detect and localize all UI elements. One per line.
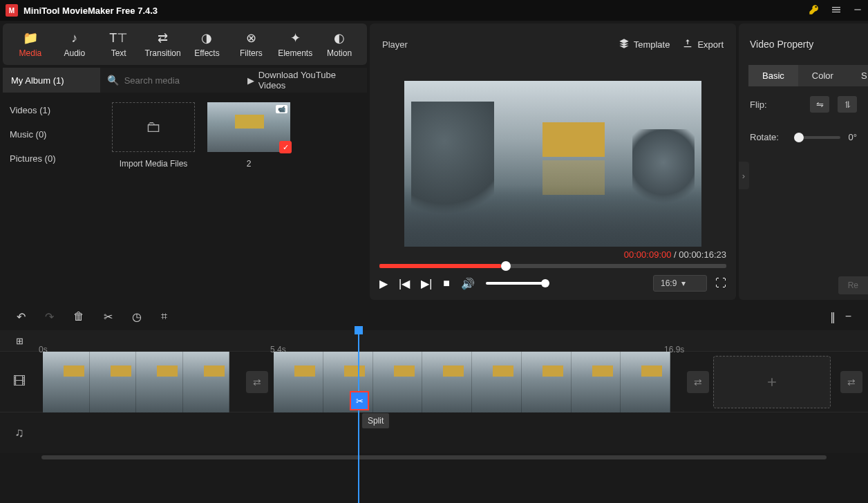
timeline-toolbar: ↶ ↷ 🗑 ✂ ◷ ⌗ ‖ − [0,303,868,330]
player-panel: Player Template Export [370,23,736,300]
sparkle-icon: ✦ [290,30,301,46]
audio-track-icon: ♫ [0,412,39,453]
tab-filters[interactable]: ⊗Filters [229,26,273,63]
transition-slot[interactable]: ⇄ [246,371,268,393]
download-youtube-link[interactable]: ▶ Download YouTube Videos [247,70,367,91]
split-button[interactable]: ✂ [104,310,113,323]
media-thumbnail[interactable]: 📹 ✓ [207,102,290,152]
title-bar: M MiniTool MovieMaker Free 7.4.3 [0,0,868,21]
sidebar-item-music[interactable]: Music (0) [0,122,102,146]
tab-more[interactable]: S [847,65,868,86]
effects-icon: ◑ [201,30,212,46]
fit-timeline-icon[interactable]: ‖ [830,310,836,323]
flip-horizontal-button[interactable]: ⇋ [810,96,829,113]
speed-button[interactable]: ◷ [132,310,142,323]
audio-track-body[interactable] [39,412,868,453]
text-icon: T⊤ [109,30,128,46]
property-title: Video Property [739,23,868,65]
tab-effects[interactable]: ◑Effects [185,26,229,63]
youtube-icon: ▶ [247,75,254,86]
layers-icon [619,38,630,51]
reset-button[interactable]: Re [838,276,868,294]
music-note-icon: ♪ [71,31,77,46]
volume-slider[interactable] [486,282,548,285]
stop-button[interactable]: ■ [443,277,450,290]
video-track: 🎞 ⇄ ⇄ ⇄ [0,351,868,412]
timeline-scrollbar[interactable] [0,453,868,462]
aspect-ratio-select[interactable]: 16:9 ▾ [653,275,707,292]
video-clip-2[interactable] [274,352,670,412]
play-button[interactable]: ▶ [379,277,388,290]
player-time: 00:00:09:00 / 00:00:16:23 [624,249,726,260]
crop-button[interactable]: ⌗ [161,310,167,323]
search-icon: 🔍 [107,75,119,86]
player-scrubber[interactable] [379,264,726,268]
search-input[interactable] [124,75,240,86]
flip-vertical-button[interactable]: ⥮ [838,96,857,113]
rotate-slider[interactable] [794,136,840,139]
tab-color[interactable]: Color [798,65,847,86]
media-panel: 📁Media ♪Audio T⊤Text ⇄Transition ◑Effect… [0,21,370,303]
app-logo-icon: M [6,4,18,17]
playhead[interactable] [358,330,359,503]
folder-icon: 📁 [23,30,38,46]
flip-label: Flip: [750,99,786,110]
album-sidebar: Videos (1) Music (0) Pictures (0) [0,93,102,303]
tab-audio[interactable]: ♪Audio [53,26,97,63]
import-media-button[interactable]: 🗀 [112,102,195,152]
drop-clip-slot[interactable] [713,356,831,408]
tab-basic[interactable]: Basic [748,65,798,86]
prev-frame-button[interactable]: |◀ [399,277,410,290]
album-active[interactable]: My Album (1) [3,68,100,93]
video-clip-1[interactable] [43,352,229,412]
export-button[interactable]: Export [682,38,724,51]
transition-slot[interactable]: ⇄ [840,371,862,393]
add-track-button[interactable]: ⊞ [16,336,23,346]
filters-icon: ⊗ [246,30,256,46]
volume-icon[interactable]: 🔊 [461,277,475,290]
video-badge-icon: 📹 [276,105,287,113]
minimize-icon[interactable] [853,5,862,17]
tab-motion[interactable]: ◐Motion [317,26,361,63]
audio-track: ♫ [0,412,868,453]
license-key-icon[interactable] [809,4,820,17]
player-title: Player [382,39,408,50]
video-track-icon: 🎞 [0,374,39,389]
export-icon [682,38,693,51]
app-title: MiniTool MovieMaker Free 7.4.3 [23,6,158,16]
transition-icon: ⇄ [158,30,168,46]
collapse-panel-button[interactable]: › [739,162,749,189]
menu-icon[interactable] [831,4,842,17]
property-panel: › Video Property Basic Color S Flip: ⇋ ⥮… [739,23,868,300]
delete-button[interactable]: 🗑 [73,310,84,323]
rotate-label: Rotate: [750,132,786,142]
tab-elements[interactable]: ✦Elements [273,26,317,63]
rotate-value: 0° [849,132,857,142]
split-tooltip: Split [362,413,389,428]
sidebar-item-pictures[interactable]: Pictures (0) [0,146,102,171]
undo-button[interactable]: ↶ [17,310,26,323]
transition-slot[interactable]: ⇄ [687,371,709,393]
tab-media[interactable]: 📁Media [8,26,53,63]
sidebar-item-videos[interactable]: Videos (1) [0,98,102,122]
thumb-label: 2 [247,159,252,169]
split-handle[interactable]: ✂ [351,392,368,409]
player-preview [404,81,701,247]
timeline: ⊞ 0s 5.4s 16.9s 🎞 ⇄ ⇄ ⇄ [0,330,868,503]
main-tabs: 📁Media ♪Audio T⊤Text ⇄Transition ◑Effect… [3,23,367,65]
fullscreen-icon[interactable]: ⛶ [715,277,726,290]
zoom-out-button[interactable]: − [845,310,851,323]
tab-transition[interactable]: ⇄Transition [141,26,185,63]
selected-check-icon: ✓ [279,141,292,153]
template-button[interactable]: Template [619,38,670,51]
import-label: Import Media Files [120,159,188,169]
svg-rect-0 [854,9,860,10]
next-frame-button[interactable]: ▶| [421,277,432,290]
redo-button[interactable]: ↷ [45,310,54,323]
motion-icon: ◐ [334,30,345,46]
tab-text[interactable]: T⊤Text [97,26,141,63]
